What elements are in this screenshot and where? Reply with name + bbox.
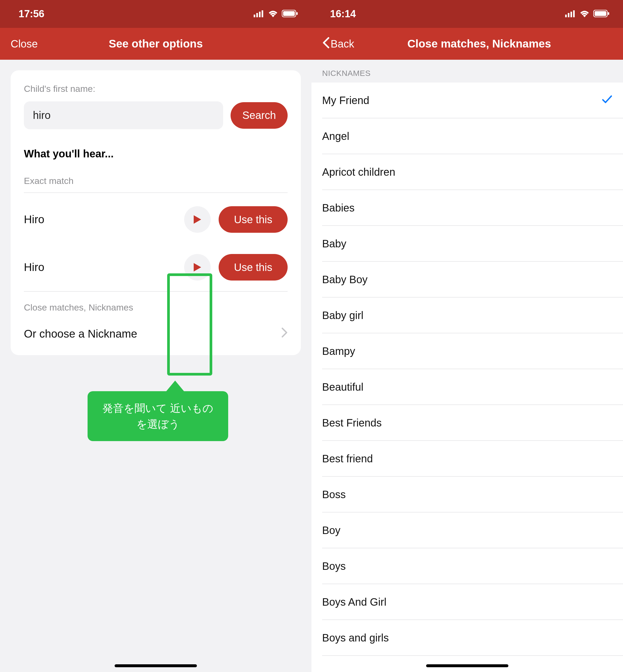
search-card: Child's first name: Search What you'll h…: [10, 70, 301, 355]
list-item-label: Baby: [322, 238, 346, 250]
annotation-tooltip-left: 発音を聞いて 近いものを選ぼう: [88, 391, 228, 441]
list-item[interactable]: Boys: [312, 548, 623, 584]
play-button[interactable]: [184, 254, 211, 281]
list-item[interactable]: Beautiful: [312, 369, 623, 405]
status-bar: 17:56: [0, 0, 312, 28]
battery-icon: [282, 8, 298, 20]
status-time: 17:56: [19, 8, 44, 20]
wifi-icon: [580, 8, 590, 20]
back-button[interactable]: Back: [322, 37, 354, 51]
list-item-label: Best Friends: [322, 417, 382, 429]
back-label: Back: [331, 38, 354, 50]
list-item[interactable]: Boys and girls: [312, 620, 623, 656]
list-item-label: Boys and girls: [322, 632, 389, 644]
wifi-icon: [268, 8, 278, 20]
chevron-right-icon: [281, 327, 288, 341]
nav-title: See other options: [0, 37, 312, 50]
nav-title: Close matches, Nicknames: [312, 37, 623, 50]
use-this-button[interactable]: Use this: [219, 206, 288, 233]
list-item-label: Boy: [322, 524, 340, 536]
list-item[interactable]: My Friend: [312, 83, 623, 118]
list-item[interactable]: Best friend: [312, 441, 623, 477]
svg-rect-6: [296, 12, 298, 15]
chevron-left-icon: [322, 37, 330, 51]
close-matches-label: Close matches, Nicknames: [24, 291, 288, 318]
list-item[interactable]: Angel: [312, 118, 623, 154]
search-button[interactable]: Search: [231, 102, 288, 129]
match-name: Hiro: [24, 213, 184, 226]
close-button[interactable]: Close: [10, 38, 38, 50]
signal-icon: [254, 8, 264, 20]
svg-rect-9: [570, 12, 572, 17]
nickname-list[interactable]: My FriendAngelApricot childrenBabiesBaby…: [312, 83, 623, 656]
list-item-label: Boys And Girl: [322, 596, 386, 608]
svg-rect-13: [608, 12, 609, 15]
list-item[interactable]: Boys And Girl: [312, 584, 623, 620]
status-icons: [254, 8, 298, 20]
list-item[interactable]: Baby girl: [312, 297, 623, 333]
list-item[interactable]: Babies: [312, 190, 623, 226]
list-item-label: Apricot children: [322, 166, 395, 178]
right-screen: 16:14 Back Close matches, Nicknames NICK…: [312, 0, 623, 672]
list-item[interactable]: Best Friends: [312, 405, 623, 441]
svg-rect-0: [254, 14, 255, 17]
list-item-label: Baby Boy: [322, 274, 367, 286]
svg-rect-1: [256, 13, 258, 17]
list-item[interactable]: Baby: [312, 226, 623, 262]
match-name: Hiro: [24, 261, 184, 274]
svg-rect-12: [595, 11, 606, 16]
hear-title: What you'll hear...: [24, 148, 288, 160]
svg-rect-8: [568, 13, 569, 17]
list-item-label: Beautiful: [322, 381, 363, 393]
status-time: 16:14: [330, 8, 356, 20]
list-section-header: NICKNAMES: [312, 60, 623, 83]
svg-rect-2: [259, 12, 261, 17]
list-item[interactable]: Bampy: [312, 333, 623, 369]
left-screen: 17:56 Close See other options Child's fi…: [0, 0, 312, 672]
exact-match-label: Exact match: [24, 176, 288, 193]
list-item[interactable]: Baby Boy: [312, 262, 623, 297]
name-input[interactable]: [24, 101, 223, 129]
match-row: HiroUse this: [24, 196, 288, 243]
list-item-label: Bampy: [322, 345, 355, 357]
choose-nickname-label: Or choose a Nickname: [24, 327, 137, 340]
status-icons: [565, 8, 610, 20]
play-button[interactable]: [184, 206, 211, 233]
list-item-label: Babies: [322, 202, 355, 214]
list-item[interactable]: Apricot children: [312, 154, 623, 190]
use-this-button[interactable]: Use this: [219, 254, 288, 281]
list-item-label: Best friend: [322, 453, 373, 465]
choose-nickname-row[interactable]: Or choose a Nickname: [24, 321, 288, 347]
match-row: HiroUse this: [24, 243, 288, 291]
list-item[interactable]: Boss: [312, 477, 623, 513]
svg-rect-7: [565, 14, 567, 17]
list-item-label: Angel: [322, 130, 349, 142]
checkmark-icon: [602, 94, 613, 107]
battery-icon: [593, 8, 610, 20]
nav-bar: Close See other options: [0, 28, 312, 60]
status-bar: 16:14: [312, 0, 623, 28]
svg-rect-10: [573, 10, 575, 17]
svg-rect-5: [283, 11, 295, 16]
home-indicator: [426, 664, 508, 667]
svg-rect-3: [262, 10, 263, 17]
list-item-label: My Friend: [322, 94, 369, 107]
name-field-label: Child's first name:: [24, 84, 288, 94]
nav-bar: Back Close matches, Nicknames: [312, 28, 623, 60]
list-item[interactable]: Boy: [312, 513, 623, 548]
list-item-label: Baby girl: [322, 310, 363, 321]
home-indicator: [115, 664, 197, 667]
signal-icon: [565, 8, 576, 20]
list-item-label: Boys: [322, 560, 346, 572]
list-item-label: Boss: [322, 489, 346, 501]
